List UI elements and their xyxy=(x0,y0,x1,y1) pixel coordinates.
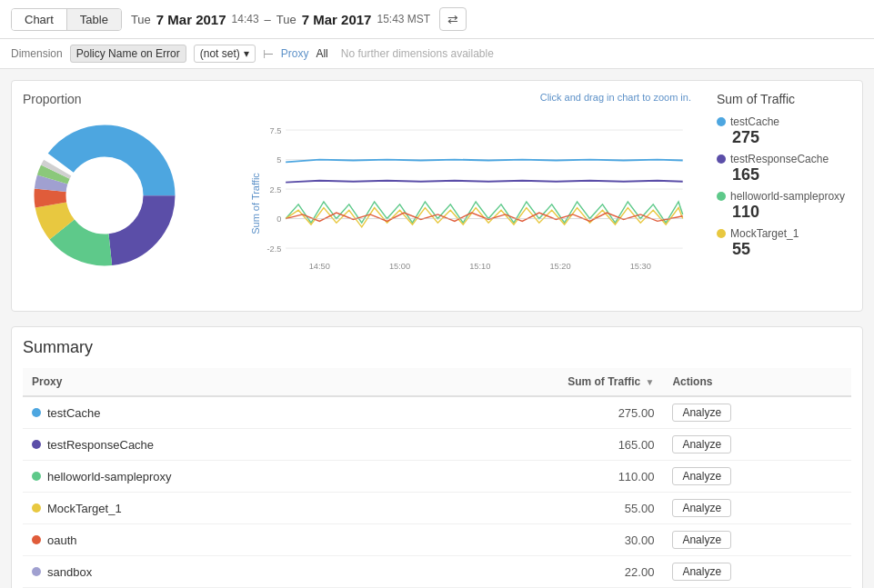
svg-text:14:50: 14:50 xyxy=(309,262,330,271)
legend-value-1: 165 xyxy=(732,165,851,184)
legend-item-1: testResponseCache 165 xyxy=(717,153,851,184)
legend-dot-3 xyxy=(717,229,726,238)
proxy-name-0: testCache xyxy=(47,406,101,420)
summary-table: Proxy Sum of Traffic ▼ Actions testCache… xyxy=(23,368,851,588)
table-tab[interactable]: Table xyxy=(67,9,121,30)
date-dash: – xyxy=(265,13,271,26)
start-day: Tue xyxy=(131,13,151,26)
analyze-button-5[interactable]: Analyze xyxy=(672,563,731,581)
policy-name-badge: Policy Name on Error xyxy=(70,45,186,63)
svg-text:15:20: 15:20 xyxy=(549,262,570,271)
end-date: 7 Mar 2017 xyxy=(302,12,372,27)
analyze-button-0[interactable]: Analyze xyxy=(672,404,731,422)
proportion-title: Proportion xyxy=(23,92,205,106)
action-cell-0: Analyze xyxy=(663,396,851,429)
legend-dot-0 xyxy=(717,117,726,126)
legend-name-0: testCache xyxy=(717,115,851,128)
summary-section: Summary Proxy Sum of Traffic ▼ Actions t… xyxy=(11,326,863,588)
y-axis-label: Sum of Traffic xyxy=(250,173,261,234)
traffic-cell-4: 30.00 xyxy=(407,524,663,556)
proxy-color-dot-0 xyxy=(32,408,41,417)
table-header-row: Proxy Sum of Traffic ▼ Actions xyxy=(23,368,851,396)
legend-item-2: helloworld-sampleproxy 110 xyxy=(717,190,851,222)
start-date: 7 Mar 2017 xyxy=(156,12,226,27)
traffic-column-header[interactable]: Sum of Traffic ▼ xyxy=(407,368,663,396)
table-row: sandbox 22.00 Analyze xyxy=(23,556,851,588)
action-cell-3: Analyze xyxy=(663,493,851,524)
legend-section: Sum of Traffic testCache 275 testRespons… xyxy=(706,92,851,300)
svg-text:15:10: 15:10 xyxy=(469,262,490,271)
svg-text:15:30: 15:30 xyxy=(630,262,651,271)
svg-text:2.5: 2.5 xyxy=(270,185,282,194)
legend-name-1: testResponseCache xyxy=(717,153,851,165)
actions-column-header: Actions xyxy=(663,368,851,396)
analyze-button-3[interactable]: Analyze xyxy=(672,499,731,517)
all-link[interactable]: All xyxy=(316,47,327,60)
table-row: helloworld-sampleproxy 110.00 Analyze xyxy=(23,461,851,493)
donut-chart xyxy=(23,114,186,277)
proxy-link[interactable]: Proxy xyxy=(281,47,309,60)
proxy-name-2: helloworld-sampleproxy xyxy=(47,470,172,483)
traffic-cell-2: 110.00 xyxy=(407,461,663,493)
chart-tab[interactable]: Chart xyxy=(12,9,67,30)
legend-value-3: 55 xyxy=(732,240,851,259)
table-row: testResponseCache 165.00 Analyze xyxy=(23,429,851,461)
proxy-name-1: testResponseCache xyxy=(47,438,154,452)
not-set-dropdown[interactable]: (not set) ▾ xyxy=(194,45,256,63)
analyze-button-4[interactable]: Analyze xyxy=(672,531,731,549)
chevron-down-icon: ▾ xyxy=(244,47,249,60)
main-content: Proportion xyxy=(0,69,874,588)
analyze-button-2[interactable]: Analyze xyxy=(672,467,731,485)
dimension-bar: Dimension Policy Name on Error (not set)… xyxy=(0,39,874,69)
line-chart-section: Click and drag in chart to zoom in. Sum … xyxy=(219,92,691,300)
no-dimensions-note: No further dimensions available xyxy=(341,47,494,60)
traffic-cell-5: 22.00 xyxy=(407,556,663,588)
table-row: MockTarget_1 55.00 Analyze xyxy=(23,493,851,524)
svg-text:5: 5 xyxy=(276,155,281,164)
refresh-button[interactable]: ⇄ xyxy=(439,7,467,31)
proxy-color-dot-3 xyxy=(32,503,41,513)
end-time: 15:43 MST xyxy=(377,13,430,25)
proportion-section: Proportion xyxy=(23,92,205,300)
proxy-cell-1: testResponseCache xyxy=(23,429,407,461)
action-cell-5: Analyze xyxy=(663,556,851,588)
action-cell-2: Analyze xyxy=(663,461,851,493)
table-row: oauth 30.00 Analyze xyxy=(23,524,851,556)
charts-row: Proportion xyxy=(11,80,863,312)
legend-value-2: 110 xyxy=(732,203,851,222)
action-cell-1: Analyze xyxy=(663,429,851,461)
table-row: testCache 275.00 Analyze xyxy=(23,396,851,429)
proxy-column-header: Proxy xyxy=(23,368,407,396)
dropdown-value: (not set) xyxy=(200,47,240,60)
svg-text:7.5: 7.5 xyxy=(270,126,282,135)
legend-item-0: testCache 275 xyxy=(717,115,851,147)
action-cell-4: Analyze xyxy=(663,524,851,556)
proxy-color-dot-2 xyxy=(32,472,41,481)
separator-icon: ⊢ xyxy=(263,46,274,61)
legend-title: Sum of Traffic xyxy=(717,92,851,106)
proxy-cell-4: oauth xyxy=(23,524,407,556)
proxy-cell-0: testCache xyxy=(23,396,407,429)
proxy-name-4: oauth xyxy=(47,533,77,547)
tab-group: Chart Table xyxy=(11,8,122,31)
svg-text:0: 0 xyxy=(276,214,281,224)
svg-text:15:00: 15:00 xyxy=(389,262,410,271)
proxy-cell-3: MockTarget_1 xyxy=(23,493,407,524)
proxy-color-dot-1 xyxy=(32,440,41,449)
svg-point-8 xyxy=(66,157,143,234)
traffic-cell-3: 55.00 xyxy=(407,493,663,524)
end-day: Tue xyxy=(276,13,296,26)
dimension-label: Dimension xyxy=(11,47,63,60)
proxy-name-3: MockTarget_1 xyxy=(47,502,122,515)
proxy-name-5: sandbox xyxy=(47,565,92,579)
proxy-color-dot-5 xyxy=(32,567,41,576)
traffic-cell-0: 275.00 xyxy=(407,396,663,429)
summary-title: Summary xyxy=(23,338,851,357)
legend-name-2: helloworld-sampleproxy xyxy=(717,190,851,203)
proxy-color-dot-4 xyxy=(32,535,41,544)
start-time: 14:43 xyxy=(232,13,259,25)
line-chart-svg[interactable]: 7.5 5 2.5 0 -2.5 14:50 15:00 15:10 15:20… xyxy=(252,106,691,297)
legend-name-3: MockTarget_1 xyxy=(717,227,851,240)
sort-icon: ▼ xyxy=(646,377,655,387)
analyze-button-1[interactable]: Analyze xyxy=(672,435,731,453)
